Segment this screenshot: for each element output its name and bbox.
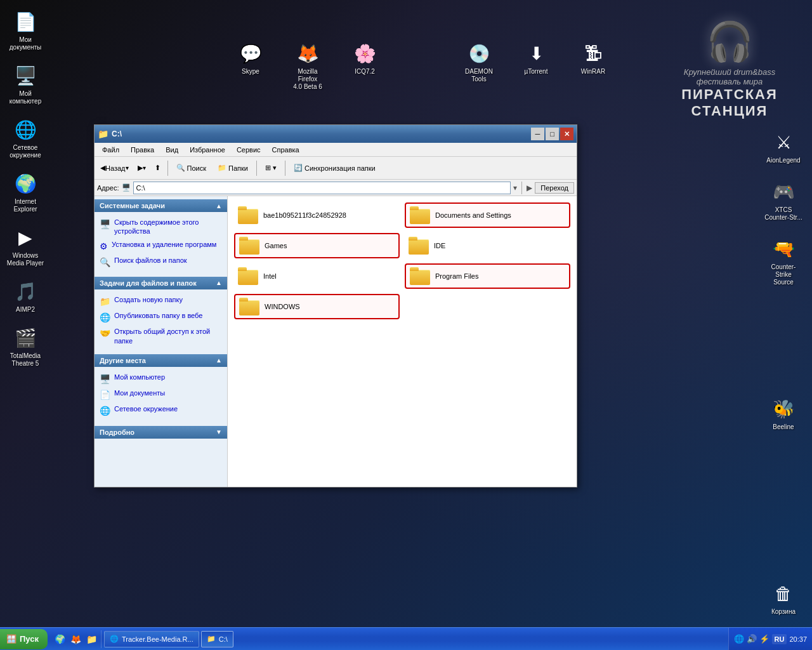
utorrent-icon: ⬇: [523, 41, 549, 66]
search-button[interactable]: 🔍 Поиск: [172, 161, 211, 175]
desktop-icon-css[interactable]: 🔫 Counter-StrikeSource: [761, 234, 806, 289]
menu-view[interactable]: Вид: [160, 145, 183, 155]
taskbar-task-tracker[interactable]: 🌐 Tracker.Bee-Media.R...: [104, 631, 199, 647]
file-item-program-files[interactable]: Program Files: [405, 263, 570, 289]
taskbar-tasks: 🌐 Tracker.Bee-Media.R... 📁 C:\: [102, 631, 728, 647]
desktop-icon-aimp2[interactable]: 🎵 AIMP2: [3, 276, 48, 316]
desktop-icon-windows-media-player[interactable]: ▶ WindowsMedia Player: [3, 222, 48, 270]
tracker-icon: 🌐: [110, 635, 119, 643]
file-name-ide: IDE: [434, 242, 445, 249]
ie-icon: 🌍: [13, 171, 38, 196]
taskbar-icon-folder[interactable]: 📁: [84, 632, 98, 646]
desktop-icon-totalmedia[interactable]: 🎬 TotalMediaTheatre 5: [3, 322, 48, 370]
other-places-section: Другие места ▲ 🖥️ Мой компьютер 📄 Мои до…: [95, 354, 227, 423]
file-item-windows[interactable]: WINDOWS: [234, 294, 400, 319]
system-tasks-body: 🖥️ Скрыть содержимое этого устройства ⚙ …: [95, 212, 227, 274]
details-collapse-icon: ▼: [216, 428, 222, 435]
panel-link-hide-content[interactable]: 🖥️ Скрыть содержимое этого устройства: [100, 216, 222, 238]
panel-link-my-computer[interactable]: 🖥️ Мой компьютер: [100, 371, 222, 387]
folder-icon-windows: [239, 298, 259, 315]
panel-link-search[interactable]: 🔍 Поиск файлов и папок: [100, 254, 222, 270]
desktop-icon-icq[interactable]: 🌸 ICQ7.2: [343, 38, 387, 78]
folders-button[interactable]: 📁 Папки: [213, 161, 252, 175]
desktop-icon-aionlegend[interactable]: ⚔ AionLegend: [761, 127, 806, 167]
file-item-intel[interactable]: Intel: [234, 263, 400, 289]
taskbar-icon-firefox[interactable]: 🦊: [69, 632, 82, 646]
minimize-button[interactable]: ─: [531, 128, 544, 140]
explorer-title: C:\: [112, 129, 531, 138]
share-icon: 🤝: [100, 328, 110, 339]
taskbar-right: 🌐 🔊 ⚡ RU 20:37: [728, 628, 812, 650]
views-button[interactable]: ⊞ ▾: [261, 161, 281, 175]
desktop-icon-my-documents[interactable]: 📄 Моидокументы: [3, 6, 48, 54]
file-item-games[interactable]: Games: [234, 233, 400, 258]
desktop-icon-utorrent[interactable]: ⬇ µTorrent: [514, 38, 558, 78]
quick-launch: 🌍 🦊 📁: [50, 630, 102, 648]
desktop-icon-xtcs[interactable]: 🎮 XTCSCounter-Str...: [761, 176, 806, 224]
ie-label: InternetExplorer: [13, 198, 37, 213]
file-item-docs-settings[interactable]: Documents and Settings: [405, 202, 570, 228]
taskbar-task-explorer[interactable]: 📁 C:\: [201, 631, 233, 647]
start-button[interactable]: 🪟 Пуск: [0, 629, 48, 649]
skype-label: Skype: [242, 68, 259, 76]
daemon-icon: 💿: [466, 41, 492, 66]
menu-file[interactable]: Файл: [97, 145, 124, 155]
system-tasks-header[interactable]: Системные задачи ▲: [95, 199, 227, 212]
desktop-icon-beeline[interactable]: 🐝 Beeline: [761, 394, 806, 434]
menu-favorites[interactable]: Избранное: [185, 145, 230, 155]
network-label: Сетевоеокружение: [10, 144, 41, 159]
files-grid: bae1b095211f3c24852928 Documents and Set…: [234, 202, 570, 319]
up-button[interactable]: ⬆: [152, 162, 164, 174]
address-label: Адрес:: [97, 184, 119, 192]
details-header[interactable]: Подробно ▼: [95, 426, 227, 439]
file-item-bae1b[interactable]: bae1b095211f3c24852928: [234, 202, 400, 228]
desktop-icon-daemon[interactable]: 💿 DAEMON Tools: [457, 38, 501, 86]
file-item-ide[interactable]: IDE: [405, 233, 570, 258]
panel-link-publish-web[interactable]: 🌐 Опубликовать папку в вебе: [100, 309, 222, 325]
panel-link-add-remove[interactable]: ⚙ Установка и удаление программ: [100, 238, 222, 254]
desktop-icon-network[interactable]: 🌐 Сетевоеокружение: [3, 114, 48, 162]
menu-tools[interactable]: Сервис: [232, 145, 266, 155]
systray-battery-icon: ⚡: [759, 634, 769, 644]
brand-name: ПИРАТСКАЯСТАНЦИЯ: [666, 86, 793, 119]
panel-link-new-folder[interactable]: 📁 Создать новую папку: [100, 293, 222, 309]
folder-icon-intel: [238, 267, 258, 285]
panel-link-my-docs[interactable]: 📄 Мои документы: [100, 387, 222, 402]
toolbar-divider-1: [167, 161, 168, 176]
file-folder-tasks-section: Задачи для файлов и папок ▲ 📁 Создать но…: [95, 277, 227, 351]
forward-button[interactable]: ▶ ▾: [134, 162, 149, 174]
start-windows-icon: 🪟: [6, 634, 16, 644]
views-dropdown-icon: ▾: [273, 164, 277, 172]
file-folder-tasks-header[interactable]: Задачи для файлов и папок ▲: [95, 277, 227, 289]
recycle-bin[interactable]: 🗑 Корзина: [761, 578, 806, 618]
taskbar-icon-ie[interactable]: 🌍: [53, 632, 67, 646]
css-icon: 🔫: [771, 236, 796, 262]
file-name-games: Games: [265, 242, 287, 249]
maximize-button[interactable]: □: [546, 128, 559, 140]
other-places-header[interactable]: Другие места ▲: [95, 354, 227, 367]
panel-link-network-env[interactable]: 🌐 Сетевое окружение: [100, 402, 222, 418]
sync-button[interactable]: 🔄 Синхронизация папки: [289, 161, 380, 175]
wmp-label: WindowsMedia Player: [7, 252, 44, 267]
totalmedia-label: TotalMediaTheatre 5: [10, 352, 41, 368]
language-indicator[interactable]: RU: [772, 634, 787, 644]
go-button[interactable]: Переход: [535, 182, 574, 194]
desktop-icon-my-computer[interactable]: 🖥️ Мойкомпьютер: [3, 60, 48, 108]
aionlegend-icon: ⚔: [771, 129, 796, 155]
back-button[interactable]: ◀ Назад ▾: [97, 162, 132, 174]
address-input[interactable]: [133, 182, 511, 194]
desktop-icon-internet-explorer[interactable]: 🌍 InternetExplorer: [3, 168, 48, 216]
desktop-icon-skype[interactable]: 💬 Skype: [228, 38, 273, 78]
back-arrow-icon: ◀: [100, 164, 105, 172]
daemon-label: DAEMON Tools: [459, 68, 499, 83]
desktop-icon-winrar[interactable]: 🗜 WinRAR: [571, 38, 615, 78]
file-name-bae1b: bae1b095211f3c24852928: [263, 211, 346, 219]
desktop-icon-firefox[interactable]: 🦊 Mozilla Firefox4.0 Beta 6: [285, 38, 330, 93]
explorer-title-icon: 📁: [98, 129, 108, 139]
menu-help[interactable]: Справка: [267, 145, 304, 155]
close-button[interactable]: ✕: [560, 128, 573, 140]
panel-link-share[interactable]: 🤝 Открыть общий доступ к этой папке: [100, 325, 222, 347]
address-divider: [521, 182, 522, 194]
menu-edit[interactable]: Правка: [126, 145, 159, 155]
my-computer-label: Мойкомпьютер: [10, 90, 41, 105]
